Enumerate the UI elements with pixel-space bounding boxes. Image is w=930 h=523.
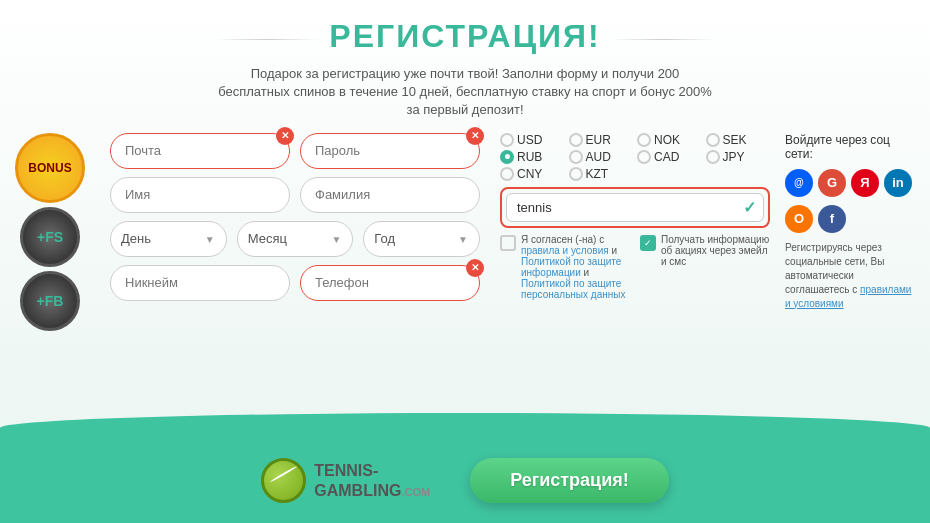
consent-text-2: Получать информацию об акциях через эмей… bbox=[661, 234, 770, 267]
radio-rub bbox=[500, 150, 514, 164]
social-title: Войдите через соц сети: bbox=[785, 133, 915, 161]
social-linkedin-button[interactable]: in bbox=[884, 169, 912, 197]
privacy-link-2[interactable]: Политикой по защите персональных данных bbox=[521, 278, 625, 300]
brand-text: TENNIS- GAMBLING.com bbox=[314, 461, 430, 499]
currency-kzt[interactable]: KZT bbox=[569, 167, 634, 181]
currency-usd[interactable]: USD bbox=[500, 133, 565, 147]
promo-input[interactable] bbox=[506, 193, 764, 222]
header-section: РЕГИСТРАЦИЯ! Подарок за регистрацию уже … bbox=[195, 0, 735, 128]
social-yandex-button[interactable]: Я bbox=[851, 169, 879, 197]
kzt-label: KZT bbox=[586, 167, 609, 181]
month-field-wrap: Месяц ▼ bbox=[237, 221, 354, 257]
promo-check-icon: ✓ bbox=[743, 198, 756, 217]
social-desc: Регистрируясь через социальные сети, Вы … bbox=[785, 241, 915, 311]
email-field-wrap: ✕ bbox=[110, 133, 290, 169]
radio-nok bbox=[637, 133, 651, 147]
day-select[interactable]: День bbox=[110, 221, 227, 257]
phone-error-badge: ✕ bbox=[466, 259, 484, 277]
fs-icon: +FS bbox=[20, 207, 80, 267]
social-mail-button[interactable]: @ bbox=[785, 169, 813, 197]
currency-jpy[interactable]: JPY bbox=[706, 150, 771, 164]
month-select[interactable]: Месяц bbox=[237, 221, 354, 257]
year-select[interactable]: Год bbox=[363, 221, 480, 257]
form-row-2 bbox=[110, 177, 480, 213]
firstname-field-wrap bbox=[110, 177, 290, 213]
radio-cad bbox=[637, 150, 651, 164]
privacy-link-1[interactable]: Политикой по защите информации bbox=[521, 256, 621, 278]
currency-nok[interactable]: NOK bbox=[637, 133, 702, 147]
fb-icon: +FB bbox=[20, 271, 80, 331]
left-icons: BONUS +FS +FB bbox=[10, 128, 90, 331]
password-input[interactable] bbox=[300, 133, 480, 169]
promo-wrapper: ✓ bbox=[506, 193, 764, 222]
day-field-wrap: День ▼ bbox=[110, 221, 227, 257]
password-field-wrap: ✕ bbox=[300, 133, 480, 169]
email-error-badge: ✕ bbox=[276, 127, 294, 145]
bottom-section: TENNIS- GAMBLING.com Регистрация! bbox=[0, 413, 930, 523]
content-row: BONUS +FS +FB ✕ ✕ bbox=[0, 128, 930, 331]
cad-label: CAD bbox=[654, 150, 679, 164]
currency-cad[interactable]: CAD bbox=[637, 150, 702, 164]
firstname-input[interactable] bbox=[110, 177, 290, 213]
form-row-1: ✕ ✕ bbox=[110, 133, 480, 169]
currency-sek[interactable]: SEK bbox=[706, 133, 771, 147]
radio-jpy bbox=[706, 150, 720, 164]
rub-label: RUB bbox=[517, 150, 542, 164]
social-google-button[interactable]: G bbox=[818, 169, 846, 197]
phone-field-wrap: ✕ bbox=[300, 265, 480, 301]
consent-checkbox-1[interactable] bbox=[500, 235, 516, 251]
register-button[interactable]: Регистрация! bbox=[470, 458, 669, 503]
social-odnoklassniki-button[interactable]: О bbox=[785, 205, 813, 233]
currency-cny[interactable]: CNY bbox=[500, 167, 565, 181]
radio-sek bbox=[706, 133, 720, 147]
fs-label: +FS bbox=[37, 229, 63, 245]
phone-input[interactable] bbox=[300, 265, 480, 301]
consent-item-1: Я согласен (-на) с правила и условия и П… bbox=[500, 234, 630, 300]
currency-section: USD EUR NOK SEK RUB bbox=[500, 128, 770, 331]
tennis-ball-icon bbox=[261, 458, 306, 503]
brand-line3: .com bbox=[401, 486, 430, 498]
social-icons-row-2: О f bbox=[785, 205, 915, 233]
jpy-label: JPY bbox=[723, 150, 745, 164]
social-icons-row: @ G Я in bbox=[785, 169, 915, 197]
consent-text-1: Я согласен (-на) с правила и условия и П… bbox=[521, 234, 630, 300]
bonus-label: BONUS bbox=[28, 161, 71, 175]
social-terms-link[interactable]: правилами и условиями bbox=[785, 284, 911, 309]
bottom-content: TENNIS- GAMBLING.com Регистрация! bbox=[0, 458, 930, 503]
social-facebook-button[interactable]: f bbox=[818, 205, 846, 233]
right-sidebar: Войдите через соц сети: @ G Я in О f Рег… bbox=[780, 128, 920, 331]
main-container: РЕГИСТРАЦИЯ! Подарок за регистрацию уже … bbox=[0, 0, 930, 523]
form-row-4: ✕ bbox=[110, 265, 480, 301]
email-input[interactable] bbox=[110, 133, 290, 169]
currency-aud[interactable]: AUD bbox=[569, 150, 634, 164]
radio-cny bbox=[500, 167, 514, 181]
header-divider: РЕГИСТРАЦИЯ! bbox=[215, 18, 715, 61]
radio-eur bbox=[569, 133, 583, 147]
brand-line1: TENNIS- bbox=[314, 462, 378, 479]
nickname-field-wrap bbox=[110, 265, 290, 301]
password-error-badge: ✕ bbox=[466, 127, 484, 145]
nok-label: NOK bbox=[654, 133, 680, 147]
eur-label: EUR bbox=[586, 133, 611, 147]
page-subtitle: Подарок за регистрацию уже почти твой! З… bbox=[215, 65, 715, 120]
divider-right bbox=[611, 39, 715, 40]
nickname-input[interactable] bbox=[110, 265, 290, 301]
radio-kzt bbox=[569, 167, 583, 181]
consent-row: Я согласен (-на) с правила и условия и П… bbox=[500, 234, 770, 300]
page-title: РЕГИСТРАЦИЯ! bbox=[329, 18, 600, 55]
promo-container: ✓ bbox=[500, 187, 770, 228]
radio-usd bbox=[500, 133, 514, 147]
branding: TENNIS- GAMBLING.com bbox=[261, 458, 430, 503]
aud-label: AUD bbox=[586, 150, 611, 164]
lastname-field-wrap bbox=[300, 177, 480, 213]
lastname-input[interactable] bbox=[300, 177, 480, 213]
sek-label: SEK bbox=[723, 133, 747, 147]
currency-eur[interactable]: EUR bbox=[569, 133, 634, 147]
consent-checkbox-2[interactable]: ✓ bbox=[640, 235, 656, 251]
form-row-3: День ▼ Месяц ▼ Год ▼ bbox=[110, 221, 480, 257]
terms-link-1[interactable]: правила и условия bbox=[521, 245, 609, 256]
currency-grid: USD EUR NOK SEK RUB bbox=[500, 133, 770, 181]
fb-label: +FB bbox=[37, 293, 64, 309]
currency-rub[interactable]: RUB bbox=[500, 150, 565, 164]
usd-label: USD bbox=[517, 133, 542, 147]
